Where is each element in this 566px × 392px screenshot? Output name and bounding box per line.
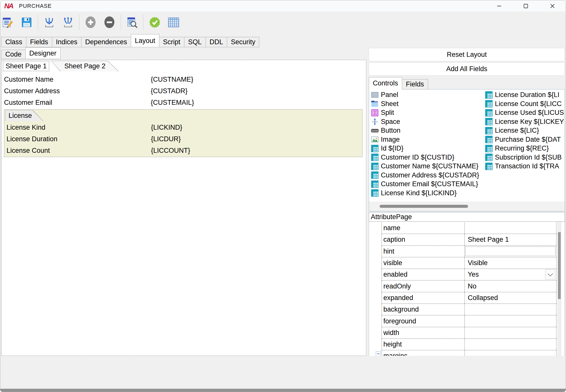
main-tab[interactable]: Fields bbox=[26, 37, 52, 47]
control-list-item[interactable]: Transaction Id ${TRA bbox=[485, 162, 564, 171]
attribute-value-cell[interactable] bbox=[465, 222, 556, 234]
enabled-dropdown-button[interactable] bbox=[545, 269, 555, 279]
control-list-item-label: License Used ${LICUS bbox=[495, 109, 564, 117]
validate-icon bbox=[149, 16, 161, 28]
attribute-row: foreground bbox=[375, 315, 556, 327]
add-all-fields-button[interactable]: Add All Fields bbox=[369, 62, 565, 76]
control-list-item-label: Split bbox=[381, 109, 394, 117]
control-list-item[interactable]: Id ${ID} bbox=[371, 144, 485, 153]
designer-field-row[interactable]: License Count {LICCOUNT} bbox=[4, 145, 361, 156]
control-list-item[interactable]: Panel bbox=[371, 90, 485, 100]
sheet-icon bbox=[371, 100, 379, 108]
main-tab[interactable]: Script bbox=[159, 37, 184, 47]
control-list-item[interactable]: Purchase Date ${DAT bbox=[485, 135, 564, 144]
sheet-page-1-tab[interactable]: Sheet Page 1 bbox=[3, 61, 49, 71]
sub-tab[interactable]: Designer bbox=[25, 47, 61, 59]
license-group-panel[interactable]: License License Kind {LICKIND} License D… bbox=[4, 109, 363, 157]
attribute-row: visible Visible bbox=[375, 257, 556, 269]
license-group-tab[interactable]: License bbox=[5, 110, 43, 121]
attribute-row: background bbox=[375, 304, 556, 315]
horizontal-scrollbar-thumb[interactable] bbox=[380, 205, 468, 208]
attribute-value-cell[interactable]: Sheet Page 1 bbox=[465, 234, 556, 245]
designer-field-row[interactable]: Customer Email {CUSTEMAIL} bbox=[2, 97, 365, 108]
field-label: Customer Name bbox=[4, 74, 54, 85]
control-list-item[interactable]: Button bbox=[371, 126, 485, 135]
control-list-item[interactable]: Customer Address ${CUSTADR} bbox=[371, 171, 485, 180]
sheet-page-2-tab[interactable]: Sheet Page 2 bbox=[51, 61, 119, 71]
attribute-value-cell[interactable]: No bbox=[465, 280, 556, 292]
attribute-value-cell[interactable]: Visible bbox=[465, 257, 556, 269]
control-list-item[interactable]: License Used ${LICUS bbox=[485, 108, 564, 117]
hint-input[interactable] bbox=[465, 247, 555, 256]
control-list-item[interactable]: License Count ${LICC bbox=[485, 100, 564, 109]
attribute-value-cell[interactable] bbox=[465, 327, 556, 338]
attribute-value-cell[interactable] bbox=[465, 246, 556, 257]
attribute-row: readOnly No bbox=[375, 280, 556, 292]
main-tab-label: Fields bbox=[30, 38, 48, 46]
attribute-row: margins bbox=[375, 350, 556, 356]
attribute-label: readOnly bbox=[382, 280, 465, 292]
control-list-item[interactable]: License Kind ${LICKIND} bbox=[371, 189, 485, 198]
field-icon bbox=[371, 154, 379, 161]
control-list-item[interactable]: Split bbox=[371, 108, 485, 117]
control-list-item[interactable]: Recurring ${REC} bbox=[485, 144, 564, 153]
controls-list-horizontal-scrollbar[interactable] bbox=[369, 202, 564, 211]
main-tab[interactable]: Indices bbox=[52, 37, 82, 47]
field-placeholder: {LICKIND} bbox=[151, 122, 182, 133]
sub-tab-label: Designer bbox=[29, 50, 57, 57]
main-tab[interactable]: Security bbox=[227, 37, 260, 47]
main-tab[interactable]: Dependences bbox=[81, 37, 131, 47]
attribute-row: hint bbox=[375, 246, 556, 257]
vertical-scrollbar-thumb[interactable] bbox=[558, 232, 561, 299]
main-tab-label: Indices bbox=[56, 38, 78, 46]
control-list-item[interactable]: License Duration ${LI bbox=[485, 90, 564, 100]
palette-tab[interactable]: Controls bbox=[369, 77, 402, 89]
attribute-value-cell[interactable] bbox=[465, 350, 556, 356]
control-list-item[interactable]: Image bbox=[371, 135, 485, 144]
toolbar-button[interactable] bbox=[126, 16, 138, 28]
control-list-item[interactable]: Customer ID ${CUSTID} bbox=[371, 153, 485, 162]
control-list-item[interactable]: Space bbox=[371, 117, 485, 126]
reset-layout-button[interactable]: Reset Layout bbox=[369, 48, 565, 61]
minimize-button[interactable] bbox=[486, 0, 512, 12]
main-tab[interactable]: Class bbox=[1, 37, 26, 47]
main-tab[interactable]: SQL bbox=[184, 37, 206, 47]
designer-field-row[interactable]: Customer Name {CUSTNAME} bbox=[2, 74, 365, 85]
toolbar-button[interactable] bbox=[149, 16, 161, 28]
attribute-value-cell[interactable]: Yes bbox=[465, 269, 556, 280]
toolbar-button[interactable] bbox=[62, 16, 74, 28]
sheet-page-1-label: Sheet Page 1 bbox=[6, 62, 47, 70]
control-list-item-label: License Kind ${LICKIND} bbox=[381, 189, 457, 197]
attribute-grid-vertical-scrollbar[interactable] bbox=[557, 222, 561, 356]
window-title: PURCHASE bbox=[19, 3, 52, 9]
margins-expander[interactable] bbox=[376, 351, 381, 356]
main-tab[interactable]: DDL bbox=[205, 37, 227, 47]
control-list-item[interactable]: License ${LIC} bbox=[485, 126, 564, 135]
toolbar-button[interactable] bbox=[85, 16, 97, 28]
toolbar-button[interactable] bbox=[168, 16, 180, 28]
control-list-item[interactable]: Customer Name ${CUSTNAME} bbox=[371, 162, 485, 171]
maximize-button[interactable] bbox=[512, 0, 539, 12]
attribute-value-cell[interactable] bbox=[465, 304, 556, 315]
control-list-item[interactable]: License Key ${LICKEY bbox=[485, 117, 564, 126]
attribute-value-cell[interactable] bbox=[465, 339, 556, 350]
attribute-value-cell[interactable]: Collapsed bbox=[465, 292, 556, 304]
toolbar-button[interactable] bbox=[2, 16, 14, 28]
sub-tab[interactable]: Code bbox=[1, 50, 26, 59]
control-list-item[interactable]: Customer Email ${CUSTEMAIL} bbox=[371, 180, 485, 189]
designer-field-row[interactable]: Customer Address {CUSTADR} bbox=[2, 85, 365, 97]
toolbar-button[interactable] bbox=[43, 16, 55, 28]
toolbar-button[interactable] bbox=[21, 16, 33, 28]
toolbar-button[interactable] bbox=[104, 16, 116, 28]
control-list-item[interactable]: Sheet bbox=[371, 100, 485, 109]
attribute-rows: name caption bbox=[375, 222, 556, 356]
main-tab[interactable]: Layout bbox=[131, 34, 159, 47]
close-button[interactable] bbox=[539, 0, 566, 12]
control-list-item[interactable]: Subscription Id ${SUB bbox=[485, 153, 564, 162]
designer-field-row[interactable]: License Duration {LICDUR} bbox=[4, 133, 361, 145]
attribute-value-cell[interactable] bbox=[465, 315, 556, 327]
attribute-row: expanded Collapsed bbox=[375, 292, 556, 304]
palette-tab[interactable]: Fields bbox=[402, 79, 428, 89]
button-icon bbox=[371, 127, 379, 134]
designer-field-row[interactable]: License Kind {LICKIND} bbox=[4, 122, 361, 133]
